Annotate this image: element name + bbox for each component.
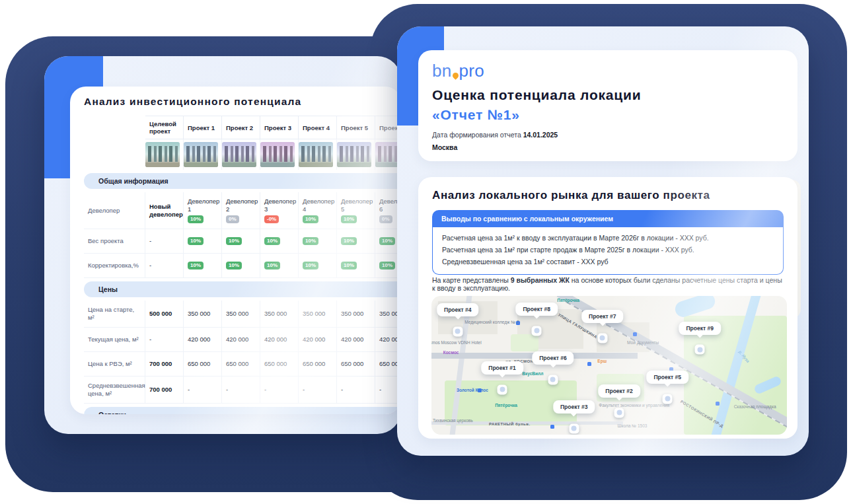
local-market-card: Анализ локального рынка для вашего проек… xyxy=(418,177,797,439)
map-marker-bubble[interactable]: Проект #2 xyxy=(598,384,640,398)
map-marker-dot[interactable] xyxy=(569,423,579,433)
bnmap-logo: bnMAPpro xyxy=(432,61,484,81)
map-marker-bubble[interactable]: Проект #8 xyxy=(516,303,558,316)
cell-badge: -0% xyxy=(264,215,279,223)
table-cell: - xyxy=(337,377,375,403)
table-cell: - xyxy=(299,377,337,403)
table-cell: - xyxy=(145,229,184,253)
map-marker-bubble[interactable]: Проект #1 xyxy=(481,361,523,375)
projects-map[interactable]: ПятёрочкаМедицинский колледж № 2Cosmos M… xyxy=(431,296,787,435)
map-marker-dot[interactable] xyxy=(498,384,507,394)
table-cell: - xyxy=(260,377,299,403)
transit-icon xyxy=(633,332,637,336)
table-cell: 700 000 xyxy=(145,352,184,376)
location-report-panel: bnMAPpro Оценка потенциала локации «Отче… xyxy=(397,26,809,456)
cell-value: Девелопер 2 xyxy=(226,198,256,213)
cell-badge: 10% xyxy=(379,262,395,270)
cell-value: Девелопер 4 xyxy=(303,198,332,213)
map-poi-label: Золотой Колос xyxy=(457,388,488,393)
map-green-area xyxy=(511,334,538,351)
project-photo xyxy=(184,142,218,167)
cell-badge: 10% xyxy=(303,262,318,270)
map-marker-dot[interactable] xyxy=(663,394,673,404)
cell-value: 420 000 xyxy=(188,336,217,343)
map-poi-label: Cosmos Moscow VDNH Hotel xyxy=(431,340,482,345)
map-marker-dot[interactable] xyxy=(532,326,542,336)
table-header-spacer xyxy=(84,116,145,139)
cell-value: Девелопер 1 xyxy=(188,198,217,213)
table-row: Вес проекта-10%10%10%10%10%10% xyxy=(84,229,401,254)
row-label-text: Корректировка,% xyxy=(88,262,141,270)
map-poi-label: Пятёрочка xyxy=(495,403,517,408)
cell-value: 350 000 xyxy=(341,310,371,318)
project-photo xyxy=(337,142,371,167)
map-marker-bubble[interactable]: Проект #4 xyxy=(437,303,478,316)
cell-badge: 10% xyxy=(226,262,242,270)
cell-badge: 10% xyxy=(188,262,204,270)
cell-value: - xyxy=(264,386,294,394)
table-cell: 10% xyxy=(299,254,337,277)
table-cell: 350 000 xyxy=(222,301,260,327)
cell-value: Девелопер 3 xyxy=(264,198,294,213)
map-poi-label: Мои Документы xyxy=(627,340,659,345)
table-photo-cell xyxy=(145,139,184,170)
cell-value: 650 000 xyxy=(341,360,371,368)
table-cell: 650 000 xyxy=(184,352,222,376)
cell-value: 650 000 xyxy=(264,360,294,368)
table-header-row: Целевой проектПроект 1Проект 2Проект 3Пр… xyxy=(84,116,401,139)
investment-card: Анализ инвестиционного потенциала Целево… xyxy=(70,87,401,414)
table-section-header: Общая информация xyxy=(84,173,401,189)
map-marker-bubble[interactable]: Проект #9 xyxy=(679,322,720,335)
project-photo xyxy=(299,142,333,167)
map-marker-dot[interactable] xyxy=(597,333,607,343)
map-marker-dot[interactable] xyxy=(548,375,558,384)
investment-panel: Анализ инвестиционного потенциала Целево… xyxy=(44,56,401,434)
table-cell: - xyxy=(145,254,184,277)
cell-value: - xyxy=(149,336,179,343)
table-cell: Девелопер 110% xyxy=(184,192,222,229)
map-marker-dot[interactable] xyxy=(453,326,463,336)
map-poi-label: Медицинский колледж № 2 xyxy=(464,320,519,325)
row-label: Девелопер xyxy=(84,192,145,229)
logo-bn: bn xyxy=(432,61,452,81)
table-cell: 10% xyxy=(222,229,260,253)
map-poi-label: Космос xyxy=(443,350,459,355)
map-marker-bubble[interactable]: Проект #7 xyxy=(581,310,623,323)
table-cell: 420 000 xyxy=(337,328,375,351)
cell-badge: 10% xyxy=(303,215,318,223)
map-poi-label: Ерш xyxy=(597,359,607,364)
row-label: Средневзвешенная цена, м² xyxy=(84,377,145,403)
table-photo-cell xyxy=(222,139,260,170)
cell-badge: 10% xyxy=(188,215,204,223)
table-cell: 650 000 xyxy=(222,352,260,376)
map-marker-bubble[interactable]: Проект #5 xyxy=(646,371,688,384)
callout-body: Расчетная цена за 1м² к вводу в эксплуат… xyxy=(432,227,784,275)
map-marker-dot[interactable] xyxy=(695,345,705,355)
table-column-header: Проект 4 xyxy=(299,116,337,139)
cell-value: 420 000 xyxy=(226,336,256,343)
local-market-title: Анализ локального рынка для вашего проек… xyxy=(432,189,710,202)
table-row: Корректировка,%-10%10%10%10%10%10% xyxy=(84,254,401,278)
cell-value: 420 000 xyxy=(264,336,294,343)
row-label: Цена к РВЭ, м² xyxy=(84,352,145,376)
cell-value: 700 000 xyxy=(149,386,179,394)
map-marker-dot[interactable] xyxy=(614,408,624,417)
project-photo xyxy=(222,142,256,167)
map-marker-bubble[interactable]: Проект #6 xyxy=(532,351,574,365)
map-marker-bubble[interactable]: Проект #3 xyxy=(553,400,595,414)
cell-value: - xyxy=(226,386,256,394)
report-name: «Отчет №1» xyxy=(432,107,520,123)
table-cell: 10% xyxy=(184,254,222,277)
cell-value: 350 000 xyxy=(188,310,217,318)
investment-title: Анализ инвестиционного потенциала xyxy=(84,96,301,108)
cell-value: - xyxy=(149,237,179,245)
table-photo-cell xyxy=(184,139,222,170)
project-photo xyxy=(145,142,180,167)
table-cell: 10% xyxy=(184,229,222,253)
table-cell: 420 000 xyxy=(222,328,260,351)
table-photo-cell xyxy=(260,139,299,170)
cell-badge: 10% xyxy=(264,237,280,245)
table-cell: - xyxy=(184,377,222,403)
table-cell: Девелопер 410% xyxy=(299,192,337,229)
cell-badge: 10% xyxy=(303,237,318,245)
